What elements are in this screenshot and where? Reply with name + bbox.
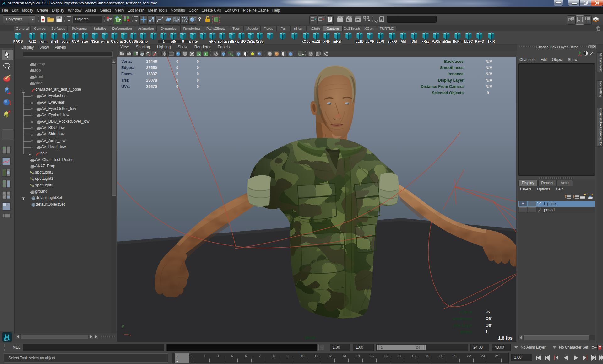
svg-text:35: 35 xyxy=(486,310,490,314)
svg-text:24670: 24670 xyxy=(146,84,157,89)
svg-text:0: 0 xyxy=(176,59,178,64)
svg-text:y: y xyxy=(122,324,124,328)
svg-text:x: x xyxy=(129,334,131,337)
svg-text:Tris:: Tris: xyxy=(121,78,129,83)
svg-text:Instance:: Instance: xyxy=(448,72,465,76)
svg-text:1.8 fps: 1.8 fps xyxy=(498,335,513,340)
svg-text:stance: stance xyxy=(460,330,473,334)
svg-text:0: 0 xyxy=(176,84,178,89)
svg-text:Distance From Camera:: Distance From Camera: xyxy=(421,84,465,89)
svg-text:Selected Objects:: Selected Objects: xyxy=(432,91,465,95)
svg-text:0: 0 xyxy=(197,59,199,64)
svg-text:MAYA: MAYA xyxy=(4,340,9,342)
svg-text:0: 0 xyxy=(197,84,199,89)
svg-text:Smoothness:: Smoothness: xyxy=(440,66,465,70)
svg-text:UVs:: UVs: xyxy=(121,84,130,89)
svg-text:0: 0 xyxy=(197,78,199,83)
svg-text:Faces:: Faces: xyxy=(121,72,134,76)
svg-text:0: 0 xyxy=(176,66,178,70)
svg-text:1: 1 xyxy=(486,330,488,334)
svg-text:N/A: N/A xyxy=(486,72,492,76)
svg-text:N/A: N/A xyxy=(486,78,492,83)
svg-text:Display Layer:: Display Layer: xyxy=(438,78,465,83)
svg-text:14446: 14446 xyxy=(146,59,157,64)
svg-text:a: a xyxy=(380,18,382,21)
svg-text:27550: 27550 xyxy=(146,66,157,70)
svg-text:Backfaces:: Backfaces: xyxy=(444,59,465,64)
svg-text:t Count: t Count xyxy=(459,310,473,314)
svg-text:Edges:: Edges: xyxy=(121,66,134,70)
svg-text:N/A: N/A xyxy=(486,84,492,89)
svg-text:Off: Off xyxy=(486,317,492,321)
svg-text:T: T xyxy=(205,52,207,56)
svg-text:IPR: IPR xyxy=(356,19,360,21)
svg-text:25078: 25078 xyxy=(146,78,157,83)
svg-text:N/A: N/A xyxy=(486,66,492,70)
svg-text:N/A: N/A xyxy=(486,59,492,64)
svg-text:0: 0 xyxy=(197,72,199,76)
svg-text:13337: 13337 xyxy=(146,72,157,76)
svg-text:0: 0 xyxy=(176,72,178,76)
svg-text:0: 0 xyxy=(197,66,199,70)
svg-text:Off: Off xyxy=(486,323,492,328)
svg-text:noothness: noothness xyxy=(453,317,473,321)
svg-text:0: 0 xyxy=(487,91,489,95)
svg-text:persp: persp xyxy=(305,335,316,340)
svg-text:0: 0 xyxy=(176,78,178,83)
svg-text:Verts:: Verts: xyxy=(121,59,132,64)
svg-text:play Layer: play Layer xyxy=(453,323,473,328)
